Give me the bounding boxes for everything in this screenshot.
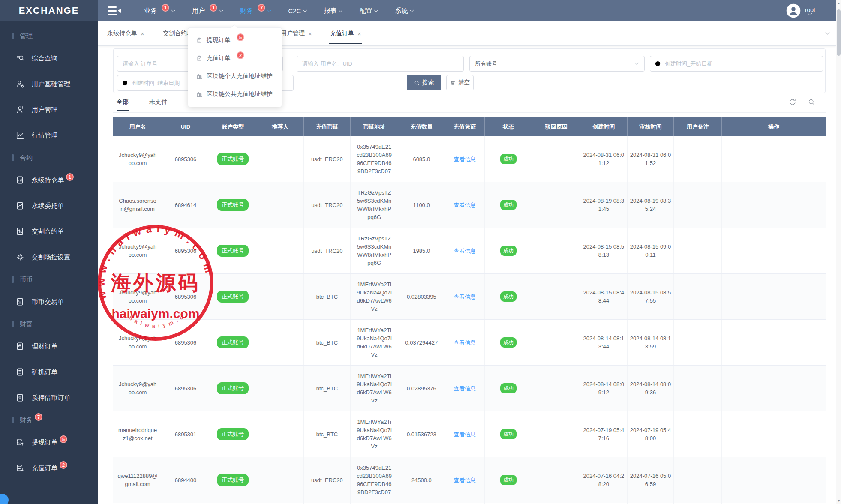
top-menu-2[interactable]: 财务7 [240,7,271,15]
dropdown-item-1[interactable]: 充值订单2 [188,49,282,67]
sidebar-item-3[interactable]: 用户管理 [0,97,98,123]
cell-chain-address: TRzGzVpsTZ5w6S3cdKMnWW8rfMkxhPpq6G [350,228,398,274]
top-menu-5[interactable]: 配置 [359,7,378,15]
cell-status: 成功 [484,228,532,274]
orders-table: 用户名UID账户类型推荐人充值币链币链地址充值数量充值凭证状态驳回原因创建时间审… [113,117,826,504]
start-date-input[interactable] [650,56,823,72]
top-menu-3[interactable]: C2C [288,7,306,15]
cell-created-at: 2024-08-14 08:09:12 [580,366,628,411]
account-type-badge: 正式账号 [217,153,249,165]
magnifier-icon[interactable] [808,98,815,106]
blockchain-address-icon [196,91,203,98]
chart-icon [15,131,25,140]
view-info-link[interactable]: 查看信息 [454,385,476,392]
sidebar-item-1[interactable]: 综合查询 [0,45,98,71]
top-menu-6[interactable]: 系统 [395,7,413,15]
top-navbar: 业务1用户1财务7C2C报表配置系统 root [98,0,836,21]
cell-status: 成功 [484,182,532,228]
account-type-select[interactable]: 所有账号 [469,56,645,72]
sidebar-section-5: 合约 [0,148,98,167]
tab-overflow-chevron-icon[interactable] [826,30,830,35]
cell-chain: btc_BTC [304,366,351,411]
dropdown-item-2[interactable]: 区块链个人充值地址维护 [188,67,282,85]
dropdown-item-3[interactable]: 区块链公共充值地址维护 [188,85,282,103]
tab-3[interactable]: 充值订单× [330,21,361,45]
subtab-1[interactable]: 未支付 [149,98,167,111]
cell-chain-address: 1MErfWYa2Ti9UkaNa4Qo7id6kD7AwLW6Vz [350,411,398,457]
doc-arrows-icon [15,227,25,236]
cell-account-type: 正式账号 [209,411,257,457]
user-search-input[interactable] [297,56,464,72]
menu-collapse-button[interactable] [108,6,121,15]
sidebar-section-10: 币币 [0,270,98,289]
cell-created-at: 2024-08-14 08:13:44 [580,320,628,366]
sidebar-item-7[interactable]: 永续委托单 [0,193,98,219]
top-menu-0[interactable]: 业务1 [144,7,175,15]
column-header-9: 驳回原因 [532,117,580,136]
cell-username: Jchucky9@yahoo.com [113,366,162,411]
sidebar-menu: 管理综合查询用户基础管理用户管理行情管理合约永续持仓单1永续委托单交割合约单交割… [0,21,98,481]
account-type-badge: 正式账号 [217,336,249,348]
cell-created-at: 2024-08-15 08:48:44 [580,274,628,320]
user-menu[interactable]: root [786,3,815,18]
scroll-up-icon[interactable]: ▲ [836,2,841,5]
cell-voucher: 查看信息 [445,457,485,503]
close-icon[interactable]: × [357,30,361,37]
sidebar-item-11[interactable]: 币币交易单 [0,289,98,315]
cell-chain: btc_BTC [304,411,351,457]
coins-up-icon [15,438,25,447]
cell-created-at: 2024-08-31 06:01:12 [580,136,628,182]
sidebar-item-label: 交割合约单 [32,228,64,236]
coins-down-icon [15,463,25,473]
sidebar-item-8[interactable]: 交割合约单 [0,219,98,244]
refresh-icon[interactable] [789,98,796,106]
sidebar-item-18[interactable]: 充值订单2 [0,455,98,481]
sidebar-item-9[interactable]: 交割场控设置 [0,244,98,270]
search-list-icon [15,54,25,63]
clock-icon [122,80,128,86]
cell-chain-address: 0x35749aE21cd23B300A6996CEE9DB469BD2F3cD… [350,457,398,503]
top-menu-4[interactable]: 报表 [324,7,342,15]
sidebar-item-17[interactable]: 提现订单5 [0,429,98,455]
close-icon[interactable]: × [308,30,312,37]
sidebar-item-6[interactable]: 永续持仓单1 [0,167,98,193]
cell-audited-at: 2024-08-15 08:57:55 [627,274,674,320]
view-info-link[interactable]: 查看信息 [454,202,476,208]
sidebar-item-15[interactable]: 质押借币订单 [0,385,98,411]
cell-user-remark [674,457,722,503]
sidebar-section-label: 财务 [20,416,33,424]
view-info-link[interactable]: 查看信息 [454,156,476,162]
clear-button[interactable]: 清空 [446,75,474,90]
tab-2[interactable]: 用户管理× [281,21,312,45]
cell-uid: 6894400 [162,457,209,503]
cell-chain: usdt_ERC20 [304,457,351,503]
sidebar-item-4[interactable]: 行情管理 [0,123,98,148]
cell-created-at: 2024-07-19 05:47:16 [580,411,628,457]
dropdown-item-0[interactable]: 提现订单5 [188,31,282,49]
close-icon[interactable]: × [141,30,144,37]
sidebar-item-2[interactable]: 用户基础管理 [0,71,98,97]
view-info-link[interactable]: 查看信息 [454,339,476,346]
account-type-badge: 正式账号 [217,291,249,303]
search-button[interactable]: 搜索 [407,75,441,90]
cell-chain: usdt_ERC20 [304,136,351,182]
collapse-arrow-icon [118,9,121,13]
tab-0[interactable]: 永续持仓单× [107,21,144,45]
view-info-link[interactable]: 查看信息 [454,477,476,483]
subtab-0[interactable]: 全部 [117,98,129,111]
column-header-2: 账户类型 [209,117,257,136]
view-info-link[interactable]: 查看信息 [454,294,476,300]
top-menu-1[interactable]: 用户1 [192,7,223,15]
view-info-link[interactable]: 查看信息 [454,248,476,254]
cell-action [721,457,826,503]
page-scrollbar[interactable]: ▲ ▼ [836,0,841,504]
cell-reject-reason [532,228,580,274]
cell-amount: 0.01536723 [398,411,445,457]
sidebar-item-13[interactable]: 理财订单 [0,333,98,359]
top-menu-label: 报表 [324,7,336,15]
sidebar-item-14[interactable]: 矿机订单 [0,359,98,385]
scrollbar-thumb[interactable] [837,9,841,56]
scroll-down-icon[interactable]: ▼ [836,499,841,502]
dropdown-item-label: 区块链公共充值地址维护 [207,90,273,98]
view-info-link[interactable]: 查看信息 [454,431,476,438]
